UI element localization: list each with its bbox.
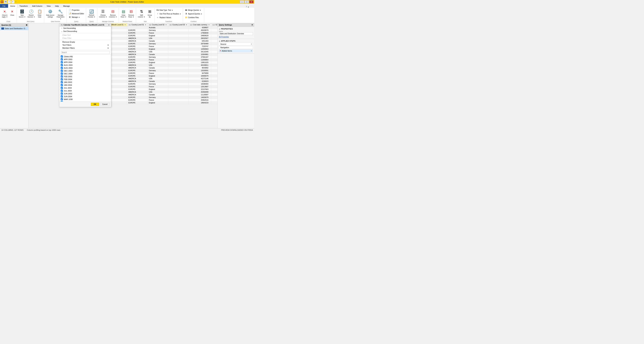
check-item-13[interactable]: JUN 2004: [59, 95, 111, 98]
check-15[interactable]: [61, 101, 63, 102]
step-added-items[interactable]: ✕ Added Items ⚙: [219, 49, 253, 52]
step-navigation[interactable]: Navigation: [219, 46, 253, 49]
check-select-all[interactable]: [61, 55, 63, 58]
advanced-editor-button[interactable]: 📝 Advanced Editor: [68, 12, 85, 15]
filter-remove-empty[interactable]: Remove Empty: [59, 41, 111, 44]
check-item-2[interactable]: AUG 2003: [59, 64, 111, 67]
step-source[interactable]: Source ⚙: [219, 43, 253, 46]
filter-sort-ascending[interactable]: ↑ Sort Ascending: [59, 27, 111, 30]
check-14[interactable]: [61, 98, 63, 100]
col-header-3[interactable]: Aα Country.Level 03 ▼: [168, 23, 189, 26]
close-button-ribbon[interactable]: ✕ Close: [9, 9, 16, 17]
save-button[interactable]: 💾: [4, 0, 7, 3]
tab-help[interactable]: Help: [53, 4, 61, 8]
query-settings-close-icon[interactable]: ✕: [252, 24, 253, 26]
check-9[interactable]: [61, 84, 63, 86]
refresh-preview-button[interactable]: 🔄 RefreshPreview ▼: [87, 9, 96, 19]
check-10[interactable]: [61, 87, 63, 89]
check-item-12[interactable]: JUN 2003: [59, 92, 111, 95]
help-icon[interactable]: ?: [246, 6, 247, 8]
check-item-7[interactable]: FEB 2004: [59, 78, 111, 81]
col-filter-btn-3[interactable]: ▼: [186, 24, 188, 26]
filter-sort-descending[interactable]: ↓ Sort Descending: [59, 30, 111, 33]
step-added-items-settings-icon[interactable]: ⚙: [251, 50, 252, 52]
tab-view[interactable]: View: [44, 4, 53, 8]
check-item-5[interactable]: DEC 2004: [59, 72, 111, 75]
check-1[interactable]: [61, 61, 63, 63]
close-apply-button[interactable]: ✕✓ Close &Apply ▼: [1, 9, 8, 19]
filter-ok-button[interactable]: OK: [91, 103, 99, 106]
filter-search-input[interactable]: [61, 51, 110, 54]
tab-manage[interactable]: Manage: [61, 4, 72, 8]
replace-values-button[interactable]: ↔ Replace Values: [156, 16, 172, 19]
manage-button[interactable]: ⚙ Manage ▼: [68, 16, 81, 19]
check-item-14[interactable]: MAR 1030: [59, 98, 111, 101]
name-input[interactable]: [219, 32, 253, 35]
check-5[interactable]: [61, 73, 63, 75]
col-header-4[interactable]: 1.2 Cost stats currency ▼: [189, 23, 211, 26]
check-item-6[interactable]: FEB 2003: [59, 75, 111, 78]
tab-transform[interactable]: Transform: [17, 4, 30, 8]
check-3[interactable]: [61, 67, 63, 69]
check-item-10[interactable]: JUL 2003: [59, 86, 111, 89]
check-13[interactable]: [61, 95, 63, 98]
col-header-5[interactable]: 1.2 Gross weight: [211, 23, 217, 26]
col-filter-btn-0[interactable]: ▼: [124, 24, 126, 26]
properties-button[interactable]: 📄 Properties: [68, 9, 80, 12]
data-source-settings-button[interactable]: ⚙️ Data sourcesettings: [45, 9, 55, 19]
check-4[interactable]: [61, 70, 63, 72]
check-0[interactable]: [61, 58, 63, 60]
filter-member-filters[interactable]: Member Filters ►: [59, 47, 111, 50]
check-item-3[interactable]: AUG 2004: [59, 67, 111, 69]
tab-add-column[interactable]: Add Column: [30, 4, 44, 8]
filter-text-filters[interactable]: Text Filters ►: [59, 44, 111, 47]
undo-button[interactable]: ↩: [8, 0, 11, 3]
check-12[interactable]: [61, 93, 63, 95]
check-2[interactable]: [61, 64, 63, 66]
all-properties-link[interactable]: All Properties: [219, 36, 253, 38]
combine-files-button[interactable]: 📁 Combine Files: [184, 16, 200, 19]
remove-rows-button[interactable]: ⊟ RemoveRows ▼: [128, 9, 135, 19]
tab-home[interactable]: Home: [8, 4, 17, 8]
check-7[interactable]: [61, 78, 63, 80]
data-type-button[interactable]: Aα Data Type: Text ▼: [156, 9, 174, 12]
new-source-button[interactable]: 🗄️ NewSource ▼: [18, 9, 26, 19]
col-filter-btn-2[interactable]: ▼: [165, 24, 167, 26]
choose-columns-button[interactable]: ☰ ChooseColumns ▼: [98, 9, 108, 19]
group-by-button[interactable]: ⊞ GroupBy: [146, 9, 153, 19]
check-6[interactable]: [61, 75, 63, 78]
ribbon-collapse[interactable]: ▲: [248, 6, 249, 8]
minimize-button[interactable]: –: [240, 0, 244, 3]
query-item[interactable]: Sales and Distribution: O...: [0, 27, 28, 30]
step-source-settings-icon[interactable]: ⚙: [251, 43, 252, 45]
split-column-button[interactable]: ⇅ SplitColumn ▼: [137, 9, 146, 19]
maximize-button[interactable]: □: [244, 0, 249, 3]
col-filter-btn-4[interactable]: ▼: [208, 24, 210, 26]
check-item-1[interactable]: APR 2004: [59, 61, 111, 64]
check-item-11[interactable]: JUL 2004: [59, 89, 111, 92]
check-item-0[interactable]: APR 2003: [59, 58, 111, 61]
redo-button[interactable]: ↻: [12, 0, 14, 3]
remove-columns-button[interactable]: ⊟ RemoveColumns ▼: [108, 9, 118, 19]
queries-collapse-icon[interactable]: ◀: [26, 24, 27, 26]
enter-data-button[interactable]: 📋 EnterData: [36, 9, 43, 19]
check-item-select-all[interactable]: (Select All): [59, 55, 111, 58]
col-header-1[interactable]: Aα Country.Level 01 ▼: [127, 23, 148, 26]
step-added-items-delete-icon[interactable]: ✕: [220, 50, 221, 52]
col-filter-btn-1[interactable]: ▼: [144, 24, 147, 26]
col-header-2[interactable]: Aα Country.Level 02 ▼: [148, 23, 168, 26]
keep-rows-button[interactable]: ▤ KeepRows ▼: [120, 9, 127, 19]
recent-sources-button[interactable]: 🕐 RecentSources ▼: [27, 9, 36, 19]
check-8[interactable]: [61, 81, 63, 83]
first-row-headers-button[interactable]: ↑ Use First Row as Headers ▼: [156, 12, 182, 16]
check-item-9[interactable]: JAN 2004: [59, 84, 111, 86]
manage-parameters-button[interactable]: 🔧 ManageParameters ▼: [56, 9, 66, 20]
merge-queries-button[interactable]: ⧓ Merge Queries ▼: [184, 9, 202, 12]
check-11[interactable]: [61, 90, 63, 92]
close-button[interactable]: ✕: [249, 0, 254, 3]
check-item-8[interactable]: JAN 2003: [59, 81, 111, 84]
tab-file[interactable]: File: [0, 4, 8, 8]
filter-cancel-button[interactable]: Cancel: [100, 103, 110, 106]
check-item-4[interactable]: DEC 2003: [59, 69, 111, 72]
append-queries-button[interactable]: ⬇ Append Queries ▼: [184, 12, 203, 16]
